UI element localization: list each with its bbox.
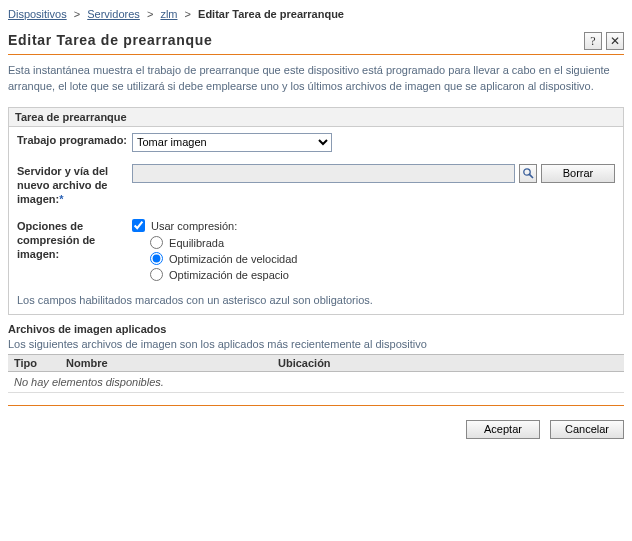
balanced-label[interactable]: Equilibrada	[169, 237, 224, 249]
help-icon[interactable]: ?	[584, 32, 602, 50]
breadcrumb-link[interactable]: Servidores	[87, 8, 140, 20]
space-label[interactable]: Optimización de espacio	[169, 269, 289, 281]
col-type: Tipo	[8, 354, 60, 371]
balanced-radio[interactable]	[150, 236, 163, 249]
applied-table: Tipo Nombre Ubicación No hay elementos d…	[8, 354, 624, 393]
breadcrumb: Dispositivos > Servidores > zlm > Editar…	[8, 8, 624, 20]
ok-button[interactable]: Aceptar	[466, 420, 540, 439]
col-location: Ubicación	[272, 354, 624, 371]
chevron-right-icon: >	[147, 8, 153, 20]
chevron-right-icon: >	[74, 8, 80, 20]
compression-label: Opciones de compresión de imagen:	[17, 219, 132, 262]
panel-legend: Tarea de prearranque	[9, 108, 623, 127]
col-name: Nombre	[60, 354, 272, 371]
cancel-button[interactable]: Cancelar	[550, 420, 624, 439]
intro-text: Esta instantánea muestra el trabajo de p…	[8, 63, 624, 95]
page-title: Editar Tarea de prearranque	[8, 32, 213, 48]
divider	[8, 54, 624, 55]
close-icon[interactable]: ✕	[606, 32, 624, 50]
breadcrumb-link[interactable]: Dispositivos	[8, 8, 67, 20]
use-compression-label[interactable]: Usar compresión:	[151, 220, 237, 232]
preboot-task-panel: Tarea de prearranque Trabajo programado:…	[8, 107, 624, 315]
speed-radio[interactable]	[150, 252, 163, 265]
scheduled-job-label: Trabajo programado:	[17, 133, 132, 147]
breadcrumb-current: Editar Tarea de prearranque	[198, 8, 344, 20]
applied-desc: Los siguientes archivos de imagen son lo…	[8, 338, 624, 354]
applied-title: Archivos de imagen aplicados	[8, 323, 624, 338]
divider	[8, 405, 624, 406]
image-path-label: Servidor y vía del nuevo archivo de imag…	[17, 164, 132, 207]
required-note: Los campos habilitados marcados con un a…	[9, 290, 623, 314]
space-radio[interactable]	[150, 268, 163, 281]
scheduled-job-select[interactable]: Tomar imagen	[132, 133, 332, 152]
svg-line-1	[529, 175, 533, 179]
svg-point-0	[524, 169, 530, 175]
image-path-input[interactable]	[132, 164, 515, 183]
breadcrumb-link[interactable]: zlm	[160, 8, 177, 20]
use-compression-checkbox[interactable]	[132, 219, 145, 232]
browse-button[interactable]	[519, 164, 537, 183]
table-row: No hay elementos disponibles.	[8, 371, 624, 392]
clear-button[interactable]: Borrar	[541, 164, 615, 183]
search-icon	[522, 167, 534, 179]
empty-message: No hay elementos disponibles.	[8, 371, 624, 392]
chevron-right-icon: >	[185, 8, 191, 20]
speed-label[interactable]: Optimización de velocidad	[169, 253, 297, 265]
